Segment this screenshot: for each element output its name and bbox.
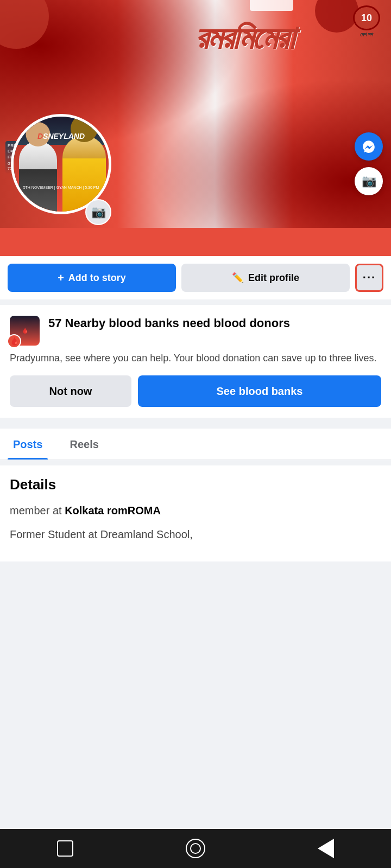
- profile-event-details: 5TH NOVEMBER | GYAN MANCH | 5:30 PM: [19, 185, 103, 190]
- see-blood-banks-button[interactable]: See blood banks: [138, 375, 381, 407]
- cover-title-area: রমরমিমেরা KOLKATA ROMROMA PRESENTS A 2 D…: [141, 22, 348, 54]
- event-info-ribbon: KOLKATA ROMROMA PRESENTS A 2 DAY THEATRE…: [250, 0, 293, 11]
- red-banner: [0, 228, 391, 256]
- nav-square-button[interactable]: [49, 832, 81, 865]
- blood-bank-title: 57 Nearby blood banks need blood donors: [48, 316, 290, 331]
- person-silhouette-1: [19, 141, 57, 212]
- profile-camera-button[interactable]: 📷: [85, 199, 111, 225]
- blood-bank-header: 🩸 🩸 57 Nearby blood banks need blood don…: [10, 316, 381, 346]
- blood-bank-description: Pradyumna, see where you can help. Your …: [10, 351, 381, 366]
- profile-action-buttons: + Add to story ✏️ Edit profile ···: [0, 256, 391, 299]
- right-action-icons: 📷: [355, 132, 383, 195]
- detail-org: Kolkata romROMA: [65, 505, 161, 516]
- tab-reels[interactable]: Reels: [64, 429, 104, 459]
- pencil-icon: ✏️: [232, 272, 244, 284]
- navigation-bar: [0, 829, 391, 868]
- tab-posts[interactable]: Posts: [8, 429, 48, 459]
- nav-home-button[interactable]: [179, 832, 212, 865]
- detail-item-2: Former Student at Dreamland School,: [10, 527, 381, 542]
- divider: [0, 418, 391, 423]
- channel-logo: 10 দেশ দশ: [348, 5, 386, 38]
- add-to-story-button[interactable]: + Add to story: [8, 264, 176, 292]
- blood-bank-actions: Not now See blood banks: [10, 375, 381, 407]
- blood-drop-icon: 🩸: [7, 334, 21, 348]
- camera-icon-button[interactable]: 📷: [355, 167, 383, 195]
- back-icon: [318, 839, 334, 858]
- more-options-button[interactable]: ···: [355, 264, 383, 292]
- blood-bank-card: 🩸 🩸 57 Nearby blood banks need blood don…: [0, 305, 391, 418]
- add-icon: +: [58, 272, 64, 284]
- channel-number: 10: [361, 12, 372, 24]
- messenger-icon-button[interactable]: [355, 132, 383, 161]
- cover-image: 10 দেশ দশ রমরমিমেরা KOLKATA ROMROMA PRES…: [0, 0, 391, 228]
- detail-item-1: member at Kolkata romROMA: [10, 503, 381, 518]
- profile-tabs: Posts Reels: [0, 429, 391, 460]
- profile-picture-container: DSNEYLAND 5TH NOVEMBER | GYAN MANCH | 5:…: [11, 114, 114, 228]
- channel-text: দেশ দশ: [360, 31, 373, 38]
- edit-profile-button[interactable]: ✏️ Edit profile: [181, 264, 350, 292]
- details-section: Details member at Kolkata romROMA Former…: [0, 465, 391, 561]
- not-now-button[interactable]: Not now: [10, 375, 131, 407]
- circle-icon: [186, 839, 205, 858]
- square-icon: [57, 840, 73, 857]
- details-heading: Details: [10, 476, 381, 493]
- disneyland-text: DSNEYLAND: [37, 132, 85, 141]
- bengali-title: রমরমিমেরা: [141, 22, 348, 54]
- blood-bank-icon-container: 🩸 🩸: [10, 316, 40, 346]
- nav-back-button[interactable]: [310, 832, 342, 865]
